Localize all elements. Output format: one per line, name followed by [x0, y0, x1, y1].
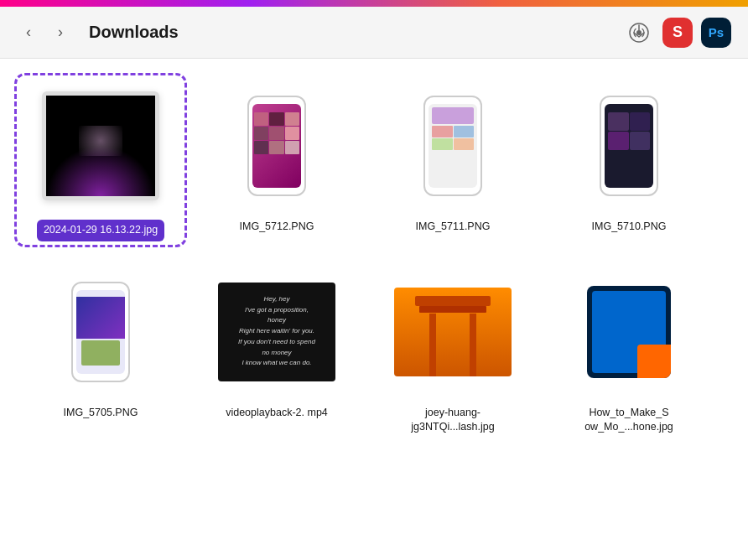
back-icon: ‹ [26, 23, 31, 41]
file-item-videoplayback[interactable]: Hey, hey I've got a proposition, honey R… [193, 262, 361, 438]
phone-thumbnail-5712 [247, 96, 306, 196]
file-item-selected-photo[interactable]: 2024-01-29 16.13.22.jpg [17, 75, 184, 245]
thumb-wrapper-joey [386, 265, 520, 399]
file-item-howto[interactable]: How_to_Make_S ow_Mo_...hone.jpg [545, 262, 713, 438]
forward-icon: › [58, 23, 63, 41]
file-label-5712: IMG_5712.PNG [240, 220, 314, 235]
file-grid: 2024-01-29 16.13.22.jpg [17, 75, 731, 438]
file-label-joey: joey-huang- jg3NTQi...lash.jpg [386, 406, 520, 435]
thumb-wrapper-5705 [34, 265, 168, 399]
file-label-5711: IMG_5711.PNG [416, 220, 491, 235]
airdrop-icon [628, 22, 650, 44]
torii-thumbnail [394, 288, 512, 376]
titlebar-gradient [0, 0, 748, 7]
photoshop-button[interactable]: Ps [701, 18, 731, 48]
thumb-wrapper-howto [562, 265, 696, 399]
toolbar: ‹ › Downloads S [0, 7, 748, 59]
file-item-img5712[interactable]: IMG_5712.PNG [193, 75, 361, 245]
file-label-5705: IMG_5705.PNG [64, 406, 138, 421]
finder-window: ‹ › Downloads S [0, 7, 748, 560]
file-label-videoplayback: videoplayback-2. mp4 [226, 406, 328, 421]
thumb-wrapper-5710 [562, 79, 696, 213]
phone-thumbnail-5711 [423, 96, 482, 196]
sugarsync-icon: S [673, 23, 683, 41]
phone-thumbnail-5705 [71, 282, 130, 382]
forward-button[interactable]: › [49, 21, 72, 44]
back-button[interactable]: ‹ [17, 21, 40, 44]
folder-title: Downloads [89, 23, 624, 42]
file-item-joey-huang[interactable]: joey-huang- jg3NTQi...lash.jpg [369, 262, 537, 438]
file-item-img5710[interactable]: IMG_5710.PNG [545, 75, 713, 245]
file-label-5710: IMG_5710.PNG [592, 220, 667, 235]
howto-thumbnail [587, 286, 671, 378]
thumb-wrapper-5711 [386, 79, 520, 213]
svg-point-1 [636, 30, 642, 35]
content-area[interactable]: 2024-01-29 16.13.22.jpg [0, 59, 748, 560]
video-thumbnail: Hey, hey I've got a proposition, honey R… [218, 283, 335, 381]
file-label-howto: How_to_Make_S ow_Mo_...hone.jpg [562, 406, 696, 435]
toolbar-icons: S Ps [624, 18, 731, 48]
file-item-img5711[interactable]: IMG_5711.PNG [369, 75, 537, 245]
thumb-wrapper-5712 [210, 79, 344, 213]
ps-icon: Ps [709, 25, 724, 39]
airdrop-button[interactable] [624, 18, 654, 48]
thumb-wrapper-selected [34, 79, 168, 213]
file-label-selected-photo: 2024-01-29 16.13.22.jpg [37, 220, 164, 241]
file-item-img5705[interactable]: IMG_5705.PNG [17, 262, 184, 438]
sugarsync-button[interactable]: S [662, 18, 693, 48]
nav-buttons: ‹ › [17, 21, 72, 44]
video-text: Hey, hey I've got a proposition, honey R… [238, 294, 315, 370]
thumb-wrapper-video: Hey, hey I've got a proposition, honey R… [210, 265, 344, 399]
phone-thumbnail-5710 [600, 96, 658, 196]
concert-thumbnail [46, 96, 155, 196]
